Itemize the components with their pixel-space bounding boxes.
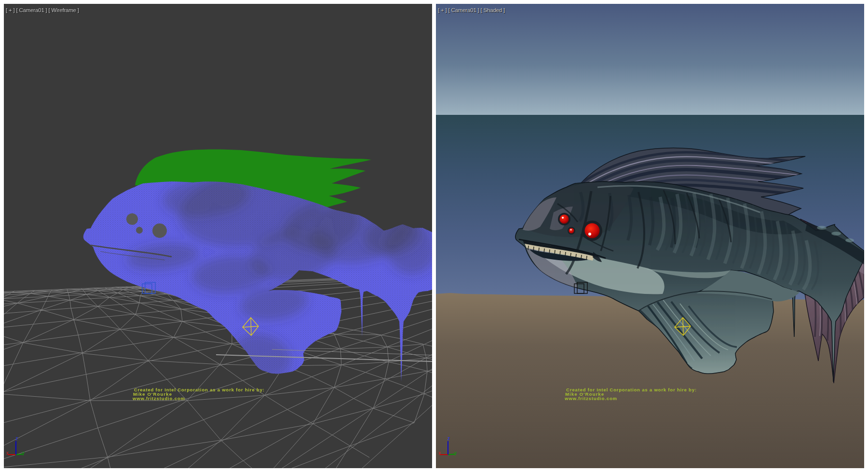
svg-text:[ + ] [ Camera01 ] [ Shaded ]: [ + ] [ Camera01 ] [ Shaded ]: [438, 7, 505, 13]
svg-text:z: z: [448, 436, 450, 441]
svg-text:www.fritzstudio.com: www.fritzstudio.com: [564, 396, 617, 401]
svg-text:[ + ] [ Camera01 ] [ Wireframe: [ + ] [ Camera01 ] [ Wireframe ]: [6, 7, 79, 13]
svg-text:www.fritzstudio.com: www.fritzstudio.com: [132, 396, 185, 401]
svg-text:x: x: [438, 450, 441, 456]
svg-text:z: z: [15, 436, 18, 441]
svg-text:x: x: [6, 450, 9, 456]
svg-text:y: y: [22, 450, 25, 456]
svg-text:y: y: [454, 450, 457, 456]
